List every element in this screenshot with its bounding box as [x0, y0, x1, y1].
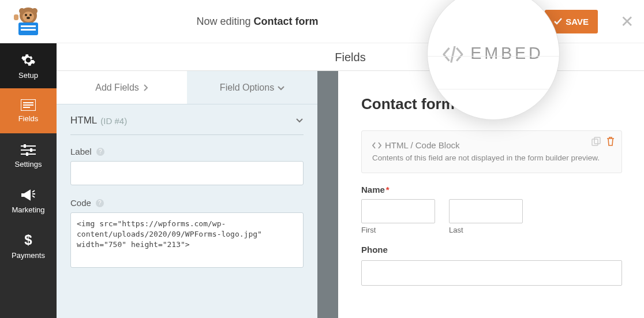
- svg-rect-8: [21, 25, 36, 27]
- close-icon[interactable]: ✕: [615, 12, 638, 31]
- now-editing-label: Now editing Contact form: [57, 16, 458, 28]
- svg-rect-22: [592, 139, 598, 145]
- help-icon[interactable]: ?: [96, 199, 104, 207]
- tab-add-fields[interactable]: Add Fields: [57, 71, 187, 104]
- code-label: Code?: [70, 198, 304, 208]
- left-panel: Add Fields Field Options HTML (ID #4): [57, 71, 317, 318]
- svg-rect-20: [26, 152, 28, 156]
- tab-field-options[interactable]: Field Options: [187, 71, 317, 104]
- sidebar-item-label: Fields: [18, 114, 39, 123]
- sliders-icon: [21, 144, 36, 156]
- app-logo: [0, 0, 57, 43]
- svg-rect-23: [594, 137, 600, 144]
- html-block-field[interactable]: HTML / Code Block Contents of this field…: [361, 130, 622, 173]
- code-textarea[interactable]: [70, 212, 304, 268]
- sidebar-item-payments[interactable]: $ Payments: [0, 223, 57, 268]
- svg-rect-10: [14, 14, 18, 20]
- duplicate-icon[interactable]: [591, 137, 601, 148]
- html-block-desc: Contents of this field are not displayed…: [372, 154, 611, 162]
- field-id-label: (ID #4): [100, 116, 127, 126]
- svg-rect-15: [21, 145, 36, 147]
- first-name-sub: First: [361, 226, 435, 234]
- svg-rect-16: [21, 149, 36, 151]
- html-block-title: HTML / Code Block: [385, 140, 460, 150]
- label-input[interactable]: [70, 161, 304, 185]
- dollar-icon: $: [23, 233, 33, 248]
- chevron-down-icon: [295, 115, 304, 126]
- gear-icon: [21, 53, 36, 68]
- svg-rect-13: [23, 104, 33, 106]
- svg-point-5: [29, 14, 32, 16]
- chevron-right-icon: [143, 84, 148, 91]
- svg-point-2: [32, 8, 38, 14]
- sidebar-item-label: Settings: [15, 160, 42, 169]
- field-type-label: HTML: [70, 115, 97, 126]
- svg-rect-12: [23, 102, 33, 103]
- phone-input[interactable]: [361, 260, 622, 286]
- sidebar-item-fields[interactable]: Fields: [0, 88, 57, 133]
- sidebar-item-label: Marketing: [12, 205, 44, 214]
- last-name-sub: Last: [449, 226, 523, 234]
- trash-icon[interactable]: [606, 137, 615, 148]
- panel-divider[interactable]: [317, 71, 338, 318]
- field-header[interactable]: HTML (ID #4): [70, 115, 304, 135]
- list-icon: [21, 99, 36, 111]
- sidebar-item-label: Payments: [12, 251, 45, 260]
- last-name-input[interactable]: [449, 199, 523, 223]
- sidebar-item-settings[interactable]: Settings: [0, 133, 57, 178]
- svg-rect-19: [30, 148, 32, 152]
- svg-rect-18: [24, 144, 26, 148]
- svg-point-6: [27, 17, 30, 19]
- svg-point-1: [19, 8, 25, 14]
- svg-rect-14: [23, 107, 30, 108]
- svg-text:$: $: [24, 233, 32, 248]
- svg-rect-9: [21, 29, 36, 31]
- sidebar-item-marketing[interactable]: Marketing: [0, 178, 57, 223]
- phone-field-label: Phone: [361, 245, 622, 255]
- code-icon: [372, 142, 381, 149]
- sidebar-item-label: Setup: [18, 71, 38, 80]
- sidebar-item-setup[interactable]: Setup: [0, 43, 57, 88]
- name-field-label: Name*: [361, 185, 622, 194]
- label-label: Label?: [70, 147, 304, 156]
- svg-point-4: [25, 14, 27, 16]
- check-icon: [554, 18, 562, 25]
- chevron-down-icon: [278, 85, 284, 91]
- help-icon[interactable]: ?: [96, 148, 104, 156]
- first-name-input[interactable]: [361, 199, 435, 223]
- megaphone-icon: [21, 188, 36, 202]
- code-icon: [443, 46, 463, 62]
- sidebar: Setup Fields Settings Marketing $ Paymen…: [0, 43, 57, 318]
